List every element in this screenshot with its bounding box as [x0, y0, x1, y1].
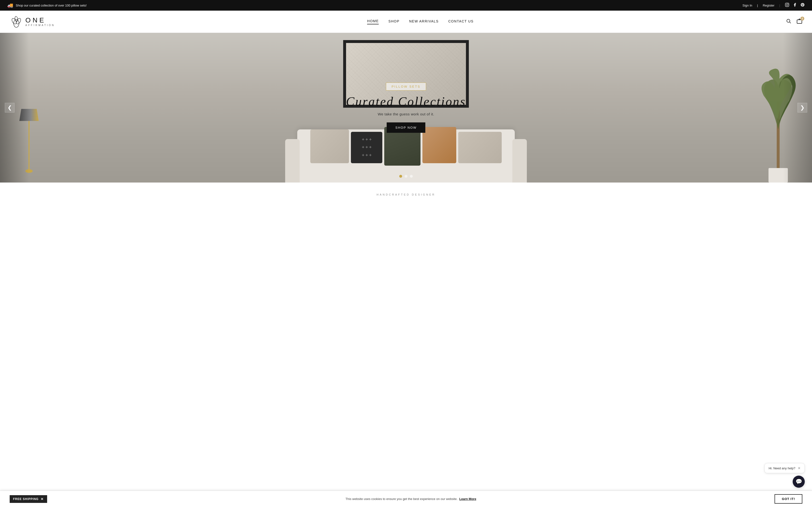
nav-shop[interactable]: SHOP: [388, 19, 400, 24]
slide-dot-3[interactable]: [410, 175, 413, 178]
nav-home[interactable]: HOME: [367, 19, 379, 24]
hero-subtitle: We take the guess work out of it.: [346, 112, 466, 116]
svg-rect-9: [797, 20, 802, 23]
logo[interactable]: ONE AFFIRMATION: [10, 15, 55, 28]
logo-icon: [10, 15, 23, 28]
instagram-icon[interactable]: [785, 3, 789, 8]
svg-point-1: [786, 4, 788, 6]
logo-one: ONE: [26, 17, 55, 24]
announcement-text: Shop our curated collection of over 100 …: [16, 4, 87, 7]
register-link[interactable]: Register: [763, 4, 774, 7]
announcement-right: Sign In | Register |: [743, 3, 805, 8]
announcement-bar: 🚚 Shop our curated collection of over 10…: [0, 0, 812, 11]
announcement-left: 🚚 Shop our curated collection of over 10…: [7, 2, 87, 8]
logo-text: ONE AFFIRMATION: [26, 17, 55, 26]
svg-point-2: [788, 4, 788, 4]
couch: [297, 129, 515, 182]
header: ONE AFFIRMATION HOME SHOP NEW ARRIVALS C…: [0, 11, 812, 33]
nav-contact-us[interactable]: CONTACT US: [448, 19, 474, 24]
pillow-5: [458, 132, 502, 163]
logo-affirmation: AFFIRMATION: [26, 24, 55, 26]
facebook-icon[interactable]: [793, 3, 797, 8]
prev-slide-button[interactable]: ❮: [5, 103, 14, 113]
hero-overlay-left: [0, 33, 29, 182]
below-hero: HANDCRAFTED DESIGNER: [0, 182, 812, 201]
hero-content: PILLOW SETS Curated Collections We take …: [346, 82, 466, 133]
next-slide-button[interactable]: ❯: [798, 103, 807, 113]
main-nav: HOME SHOP NEW ARRIVALS CONTACT US: [367, 19, 473, 24]
pillow-1: [310, 129, 349, 163]
section-label: HANDCRAFTED DESIGNER: [376, 193, 436, 196]
hero-title: Curated Collections: [346, 95, 466, 109]
svg-rect-0: [785, 3, 789, 7]
chevron-left-icon: ❮: [7, 105, 12, 111]
pillow-2: [351, 132, 382, 163]
chevron-right-icon: ❯: [800, 105, 805, 111]
sign-in-link[interactable]: Sign In: [743, 4, 752, 7]
svg-point-6: [14, 16, 18, 22]
slide-dot-2[interactable]: [405, 175, 407, 178]
header-actions: 0: [786, 18, 802, 25]
svg-point-7: [787, 19, 790, 22]
svg-line-8: [790, 22, 791, 23]
hero-section: PILLOW SETS Curated Collections We take …: [0, 33, 812, 182]
pinterest-icon[interactable]: [800, 3, 805, 8]
svg-point-3: [14, 19, 19, 27]
slide-dot-1[interactable]: [399, 175, 402, 178]
hero-badge: PILLOW SETS: [386, 82, 426, 91]
search-button[interactable]: [786, 18, 791, 25]
shop-now-button[interactable]: SHOP NOW: [387, 122, 425, 133]
cart-button[interactable]: 0: [797, 18, 802, 25]
couch-arm-left: [285, 139, 300, 182]
cart-badge: 0: [800, 17, 804, 20]
nav-new-arrivals[interactable]: NEW ARRIVALS: [409, 19, 439, 24]
pillow-3: [384, 127, 420, 166]
slider-dots: [399, 175, 413, 178]
truck-icon: 🚚: [7, 2, 13, 8]
social-icons: [785, 3, 805, 8]
couch-arm-right: [512, 139, 527, 182]
